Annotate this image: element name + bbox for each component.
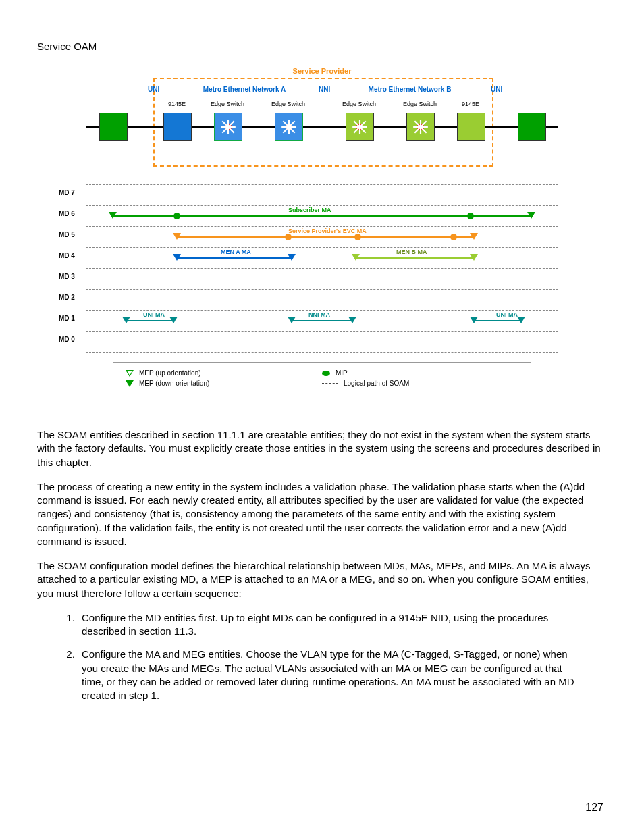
mep-down-icon <box>126 380 134 387</box>
logical-path-icon <box>322 383 338 384</box>
dev-label-edge-a1: Edge Switch <box>204 101 251 107</box>
mep-icon <box>517 317 525 323</box>
mep-icon <box>288 317 296 323</box>
md-label-5: MD 5 <box>59 231 75 238</box>
legend-text: MEP (down orientation) <box>139 380 209 387</box>
uni-ma-label-left: UNI MA <box>143 311 165 318</box>
mep-icon <box>173 254 181 261</box>
legend-text: MEP (up orientation) <box>139 369 201 377</box>
dev-label-edge-b2: Edge Switch <box>396 101 444 107</box>
md-label-0: MD 0 <box>59 336 75 343</box>
uni-ma-line-left <box>126 320 173 321</box>
nni-label: NNI <box>319 86 330 93</box>
legend-text: Logical path of SOAM <box>344 380 409 387</box>
md-row-4: MD 4 MEN A MA MEN B MA <box>86 247 558 268</box>
nni-ma-line <box>292 320 352 321</box>
mep-icon <box>470 254 478 261</box>
md-row-5: MD 5 Service Provider's EVC MA <box>86 226 558 247</box>
device-connection-line <box>86 126 558 128</box>
md-row-6: MD 6 Subscriber MA <box>86 205 558 226</box>
service-provider-label: Service Provider <box>86 67 558 75</box>
list-item-2: Configure the MA and MEG entities. Choos… <box>78 648 580 702</box>
edge-switch-a1 <box>214 113 242 141</box>
diagram-top-row: Service Provider UNI NNI UNI CE CE Metro… <box>86 72 558 180</box>
mip-icon <box>173 213 180 219</box>
ce-device-left <box>99 113 128 141</box>
list-item-1: Configure the MD entities first. Up to e… <box>78 611 580 639</box>
men-a-ma-label: MEN A MA <box>221 249 251 255</box>
paragraph-3: The SOAM configuration model defines the… <box>37 559 607 600</box>
uni-ma-label-right: UNI MA <box>496 311 518 318</box>
dev-label-9145e-a: 9145E <box>160 101 194 107</box>
page-header: Service OAM <box>37 41 607 52</box>
mep-icon <box>122 317 130 323</box>
md-label-6: MD 6 <box>59 210 75 217</box>
md-label-2: MD 2 <box>59 294 75 301</box>
md-label-1: MD 1 <box>59 315 75 322</box>
dev-label-9145e-b: 9145E <box>454 101 487 107</box>
body-text: The SOAM entities described in section 1… <box>37 428 607 702</box>
subscriber-ma-label: Subscriber MA <box>288 207 331 213</box>
edge-switch-b2 <box>406 113 435 141</box>
legend-mip: MIP <box>322 368 518 378</box>
legend-mep-up: MEP (up orientation) <box>126 368 322 378</box>
legend-logical-path: Logical path of SOAM <box>322 378 518 388</box>
mep-down-icon <box>527 212 535 219</box>
mep-up-icon <box>173 233 181 240</box>
dev-label-edge-b1: Edge Switch <box>336 101 383 107</box>
dev-label-edge-a2: Edge Switch <box>265 101 312 107</box>
edge-switch-a2 <box>275 113 303 141</box>
procedure-list: Configure the MD entities first. Up to e… <box>37 611 580 703</box>
uni-label-left: UNI <box>148 86 159 93</box>
mep-icon <box>352 254 360 261</box>
md-row-3: MD 3 <box>86 268 558 289</box>
mip-icon <box>285 234 292 240</box>
page: Service OAM Service Provider UNI NNI UNI… <box>0 0 644 834</box>
mip-icon <box>322 371 330 376</box>
md-row-0: MD 0 <box>86 331 558 353</box>
diagram-legend: MEP (up orientation) MIP MEP (down orien… <box>113 362 531 394</box>
sp-evc-ma-line <box>177 236 474 238</box>
mep-icon <box>169 317 178 323</box>
nid-9145e-left <box>163 113 192 141</box>
sp-evc-ma-label: Service Provider's EVC MA <box>288 228 367 234</box>
men-b-label: Metro Ethernet Network B <box>342 86 477 93</box>
men-b-ma-label: MEN B MA <box>396 249 427 255</box>
md-row-1: MD 1 UNI MA NNI MA UNI MA <box>86 310 558 331</box>
md-label-4: MD 4 <box>59 252 75 259</box>
men-a-ma-line <box>177 257 292 259</box>
legend-mep-down: MEP (down orientation) <box>126 378 322 388</box>
uni-label-right: UNI <box>491 86 502 93</box>
page-number: 127 <box>585 802 603 814</box>
men-a-label: Metro Ethernet Network A <box>177 86 312 93</box>
men-b-ma-line <box>356 257 474 259</box>
mip-icon <box>354 234 361 240</box>
mep-up-icon <box>470 233 478 240</box>
md-label-7: MD 7 <box>59 189 75 197</box>
mep-icon <box>470 317 478 323</box>
md-row-7: MD 7 <box>86 184 558 205</box>
ce-device-right <box>518 113 546 141</box>
nni-ma-label: NNI MA <box>308 311 330 318</box>
md-level-grid: MD 7 MD 6 Subscriber MA MD 5 Service Pro… <box>86 184 558 353</box>
mip-icon <box>450 234 457 240</box>
mep-down-icon <box>109 212 117 219</box>
nid-9145e-right <box>457 113 485 141</box>
mep-icon <box>348 317 356 323</box>
mip-icon <box>467 213 474 219</box>
md-label-3: MD 3 <box>59 273 75 280</box>
mep-up-icon <box>126 370 134 377</box>
edge-switch-b1 <box>346 113 374 141</box>
md-row-2: MD 2 <box>86 289 558 310</box>
paragraph-2: The process of creating a new entity in … <box>37 480 607 548</box>
mep-icon <box>288 254 296 261</box>
uni-ma-line-right <box>474 320 521 321</box>
legend-text: MIP <box>336 369 348 377</box>
soam-diagram: Service Provider UNI NNI UNI CE CE Metro… <box>86 72 558 394</box>
paragraph-1: The SOAM entities described in section 1… <box>37 428 607 469</box>
